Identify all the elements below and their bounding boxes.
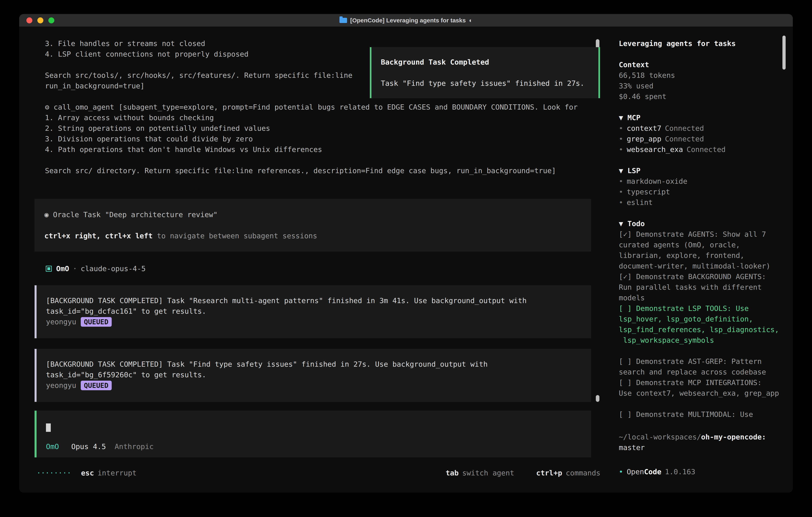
traffic-lights <box>26 14 54 27</box>
sidebar-scrollbar-thumb[interactable] <box>782 35 786 70</box>
status-bar: ········ esc interrupt tab switch agent … <box>36 468 601 478</box>
status-badge: QUEUED <box>81 317 112 327</box>
bullet-icon: • <box>619 198 623 207</box>
lsp-item: •eslint <box>619 197 785 208</box>
status-badge: QUEUED <box>81 381 112 390</box>
todo-item-pending: [ ] Demonstrate MULTIMODAL: Use <box>619 409 785 419</box>
chat-area: 3. File handles or streams not closed 4.… <box>19 27 610 493</box>
bullet-icon: • <box>619 135 623 143</box>
lsp-heading[interactable]: ▼ LSP <box>619 165 785 176</box>
main-scrollbar-end[interactable] <box>596 395 600 402</box>
input-model-label: Opus 4.5 <box>71 442 106 451</box>
todo-heading[interactable]: ▼ Todo <box>619 218 785 229</box>
commands-shortcut: ctrl+p commands <box>536 468 601 478</box>
hint-text: to navigate between subagent sessions <box>153 232 317 240</box>
window-title: [OpenCode] Leveraging agents for tasks ◐ <box>340 17 473 24</box>
bullet-icon: • <box>619 145 623 154</box>
mcp-item: •grep_appConnected <box>619 134 785 144</box>
close-button[interactable] <box>26 18 32 23</box>
queued-message: [BACKGROUND TASK COMPLETED] Task "Find t… <box>35 349 591 402</box>
context-heading: Context <box>619 59 785 70</box>
app-version: •OpenCode1.0.163 <box>619 466 695 477</box>
spinner-icon: ◐ <box>469 17 472 24</box>
minimize-button[interactable] <box>37 18 44 23</box>
agent-checkbox-icon <box>46 266 52 272</box>
bullet-icon: • <box>619 188 623 196</box>
workspace-dir: ~/local-workspaces/ <box>619 433 701 441</box>
mcp-heading[interactable]: ▼ MCP <box>619 112 785 123</box>
todo-item-done: [✓] Demonstrate BACKGROUND AGENTS: Run p… <box>619 271 785 303</box>
agent-name: OmO <box>56 263 69 274</box>
bullet-icon: • <box>619 177 623 185</box>
queued-message: [BACKGROUND TASK COMPLETED] Task "Resear… <box>35 285 591 338</box>
oracle-navigation-hint: ctrl+x right, ctrl+x left to navigate be… <box>45 230 581 241</box>
terminal-window: [OpenCode] Leveraging agents for tasks ◐… <box>19 14 793 493</box>
agent-header: OmO · claude-opus-4-5 <box>46 263 610 274</box>
mcp-item: •context7Connected <box>619 123 785 134</box>
bullet-icon: • <box>619 124 623 132</box>
message-author: yeongyu <box>46 380 76 391</box>
context-section: Context 66,518 tokens 33% used $0.46 spe… <box>619 59 785 102</box>
message-text: [BACKGROUND TASK COMPLETED] Task "Resear… <box>46 295 582 317</box>
input-agent-label: OmO <box>46 442 59 451</box>
oracle-task-label: ◉ Oracle Task "Deep architecture review" <box>45 209 581 220</box>
mcp-item: •websearch_exaConnected <box>619 144 785 155</box>
titlebar: [OpenCode] Leveraging agents for tasks ◐ <box>19 14 793 27</box>
git-branch: master <box>619 442 785 453</box>
oracle-task-banner: ◉ Oracle Task "Deep architecture review"… <box>35 199 591 251</box>
workspace-path: ~/local-workspaces/oh-my-opencode: maste… <box>619 432 785 453</box>
lsp-section: ▼ LSP •markdown-oxide •typescript •eslin… <box>619 165 785 208</box>
agent-model: claude-opus-4-5 <box>81 263 146 274</box>
prompt-input[interactable]: OmO Opus 4.5 Anthropic <box>35 411 591 457</box>
toast-title: Background Task Completed <box>381 57 599 67</box>
mcp-section: ▼ MCP •context7Connected •grep_appConnec… <box>619 112 785 155</box>
folder-icon <box>340 18 347 23</box>
session-title: Leveraging agents for tasks <box>619 38 785 49</box>
message-text: [BACKGROUND TASK COMPLETED] Task "Find t… <box>46 359 582 380</box>
toast-notification: Background Task Completed Task "Find typ… <box>370 47 600 98</box>
zoom-button[interactable] <box>48 18 54 23</box>
workspace-repo: oh-my-opencode: <box>701 433 766 441</box>
esc-shortcut: esc interrupt <box>81 468 137 478</box>
bullet-icon: • <box>619 468 623 476</box>
todo-item-active: [ ] Demonstrate LSP TOOLS: Use lsp_hover… <box>619 303 785 346</box>
todo-item-done: [✓] Demonstrate AGENTS: Show all 7 curat… <box>619 229 785 271</box>
tab-shortcut: tab switch agent <box>445 468 514 478</box>
activity-dots-icon: ········ <box>36 468 71 478</box>
lsp-item: •markdown-oxide <box>619 176 785 187</box>
input-line[interactable] <box>46 422 582 432</box>
message-author: yeongyu <box>46 317 76 327</box>
toast-body: Task "Find type safety issues" finished … <box>381 78 599 88</box>
separator-dot: · <box>73 263 77 274</box>
context-stats: 66,518 tokens 33% used $0.46 spent <box>619 70 785 102</box>
sidebar: Leveraging agents for tasks Context 66,5… <box>610 27 793 493</box>
todo-item-pending: [ ] Demonstrate MCP INTEGRATIONS: Use co… <box>619 377 785 399</box>
message-meta: yeongyu QUEUED <box>46 380 582 391</box>
input-provider-label: Anthropic <box>115 442 154 451</box>
hint-keys: ctrl+x right, ctrl+x left <box>45 232 153 240</box>
window-title-text: [OpenCode] Leveraging agents for tasks <box>350 17 466 24</box>
text-cursor <box>46 424 51 432</box>
todo-item-pending: [ ] Demonstrate AST-GREP: Pattern search… <box>619 356 785 377</box>
lsp-item: •typescript <box>619 187 785 197</box>
model-row: OmO Opus 4.5 Anthropic <box>46 441 582 452</box>
todo-section: ▼ Todo [✓] Demonstrate AGENTS: Show all … <box>619 218 785 419</box>
message-meta: yeongyu QUEUED <box>46 317 582 327</box>
window-content: 3. File handles or streams not closed 4.… <box>19 27 793 493</box>
